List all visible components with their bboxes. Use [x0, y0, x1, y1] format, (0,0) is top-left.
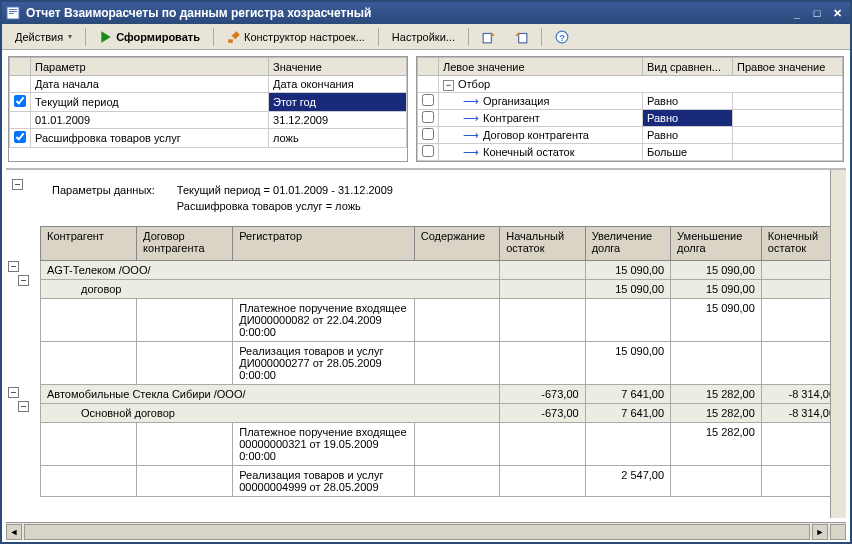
actions-menu[interactable]: Действия — [8, 28, 79, 46]
param-row[interactable]: 01.01.2009 31.12.2009 — [10, 112, 407, 129]
report-cell: 7 641,00 — [585, 385, 670, 404]
tool-import-button[interactable] — [507, 27, 535, 47]
collapse-icon[interactable]: − — [443, 80, 454, 91]
report-cell — [585, 423, 670, 466]
report-detail-row[interactable]: Платежное поручение входящее 00000000321… — [41, 423, 842, 466]
filter-checkbox[interactable] — [422, 111, 434, 123]
filter-row[interactable]: ⟶Конечный остаток Больше — [418, 144, 843, 161]
scroll-left-button[interactable]: ◄ — [6, 524, 22, 540]
filter-row[interactable]: ⟶Договор контрагента Равно — [418, 127, 843, 144]
report-cell: 15 282,00 — [671, 385, 762, 404]
form-button[interactable]: Сформировать — [92, 27, 207, 47]
constructor-label: Конструктор настроек... — [244, 31, 365, 43]
report-group-row[interactable]: AGT-Телеком /ООО/ 15 090,0015 090,00 — [41, 261, 842, 280]
col-start-balance: Начальный остаток — [500, 227, 585, 261]
help-button[interactable]: ? — [548, 27, 576, 47]
col-contractor: Контрагент — [41, 227, 137, 261]
scroll-right-button[interactable]: ► — [812, 524, 828, 540]
report-detail-row[interactable]: Реализация товаров и услуг 00000004999 о… — [41, 466, 842, 497]
filter-value — [733, 110, 843, 127]
params-table[interactable]: Параметр Значение Дата начала Дата оконч… — [9, 57, 407, 148]
report-cell — [500, 423, 585, 466]
report-group-row[interactable]: договор 15 090,0015 090,00 — [41, 280, 842, 299]
report-area: Параметры данных: Текущий период = 01.01… — [6, 168, 846, 518]
param-row[interactable]: Текущий период Этот год — [10, 93, 407, 112]
param-name: 01.01.2009 — [31, 112, 269, 129]
svg-rect-3 — [9, 13, 14, 14]
filter-root-row[interactable]: −Отбор — [418, 76, 843, 93]
outline-toggle[interactable] — [8, 387, 19, 398]
filter-row[interactable]: ⟶Организация Равно — [418, 93, 843, 110]
report-cell — [500, 261, 585, 280]
param-value: 31.12.2009 — [269, 112, 407, 129]
params-text-line1: Текущий период = 01.01.2009 - 31.12.2009 — [177, 182, 393, 198]
report-detail-row[interactable]: Платежное поручение входящее ДИ000000082… — [41, 299, 842, 342]
param-header: Параметр — [31, 58, 269, 76]
filter-root-label: Отбор — [458, 78, 490, 90]
filter-compare: Равно — [643, 110, 733, 127]
filter-cmp-header: Вид сравнен... — [643, 58, 733, 76]
filter-checkbox[interactable] — [422, 94, 434, 106]
vertical-scrollbar[interactable] — [830, 170, 846, 518]
horizontal-scrollbar[interactable]: ◄ ► — [6, 522, 846, 540]
param-checkbox[interactable] — [14, 95, 26, 107]
tool-export-button[interactable] — [475, 27, 503, 47]
param-row[interactable]: Дата начала Дата окончания — [10, 76, 407, 93]
report-table[interactable]: Контрагент Договор контрагента Регистрат… — [40, 226, 842, 497]
params-text-line2: Расшифровка товаров услуг = ложь — [177, 198, 393, 214]
svg-rect-2 — [9, 11, 17, 12]
outline-column[interactable] — [6, 170, 40, 518]
filter-value — [733, 127, 843, 144]
col-debt-decrease: Уменьшение долга — [671, 227, 762, 261]
settings-label: Настройки... — [392, 31, 455, 43]
col-registrar: Регистратор — [233, 227, 415, 261]
report-cell: -673,00 — [500, 385, 585, 404]
report-icon — [6, 6, 20, 20]
settings-button[interactable]: Настройки... — [385, 28, 462, 46]
minimize-button[interactable]: _ — [788, 5, 806, 21]
filter-checkbox[interactable] — [422, 128, 434, 140]
separator — [213, 28, 214, 46]
separator — [541, 28, 542, 46]
report-cell: 2 547,00 — [585, 466, 670, 497]
report-cell: 15 282,00 — [671, 423, 762, 466]
filter-field: Контрагент — [483, 112, 540, 124]
filter-checkbox[interactable] — [422, 145, 434, 157]
filter-table[interactable]: Левое значение Вид сравнен... Правое зна… — [417, 57, 843, 161]
outline-toggle[interactable] — [18, 275, 29, 286]
report-cell: Платежное поручение входящее 00000000321… — [233, 423, 415, 466]
actions-label: Действия — [15, 31, 63, 43]
scroll-thumb[interactable] — [24, 524, 810, 540]
wrench-icon — [227, 30, 241, 44]
col-contract: Договор контрагента — [137, 227, 233, 261]
window-buttons: _ □ ✕ — [788, 5, 846, 21]
report-cell: договор — [41, 280, 500, 299]
arrow-icon: ⟶ — [463, 95, 479, 107]
close-button[interactable]: ✕ — [828, 5, 846, 21]
arrow-icon: ⟶ — [463, 146, 479, 158]
report-detail-row[interactable]: Реализация товаров и услуг ДИ000000277 о… — [41, 342, 842, 385]
report-cell: Основной договор — [41, 404, 500, 423]
filter-compare: Больше — [643, 144, 733, 161]
filter-compare: Равно — [643, 127, 733, 144]
separator — [378, 28, 379, 46]
outline-toggle[interactable] — [8, 261, 19, 272]
window-title: Отчет Взаиморасчеты по данным регистра х… — [26, 6, 788, 20]
scroll-corner — [830, 524, 846, 540]
param-checkbox[interactable] — [14, 131, 26, 143]
params-panel: Параметр Значение Дата начала Дата оконч… — [8, 56, 408, 162]
report-cell — [671, 466, 762, 497]
outline-toggle[interactable] — [18, 401, 29, 412]
svg-rect-6 — [519, 33, 527, 42]
report-cell — [585, 299, 670, 342]
maximize-button[interactable]: □ — [808, 5, 826, 21]
play-icon — [99, 30, 113, 44]
filter-row[interactable]: ⟶Контрагент Равно — [418, 110, 843, 127]
report-group-row[interactable]: Основной договор -673,007 641,0015 282,0… — [41, 404, 842, 423]
outline-toggle[interactable] — [12, 179, 23, 190]
report-group-row[interactable]: Автомобильные Стекла Сибири /ООО/ -673,0… — [41, 385, 842, 404]
report-scroll[interactable]: Параметры данных: Текущий период = 01.01… — [40, 170, 846, 518]
param-row[interactable]: Расшифровка товаров услуг ложь — [10, 129, 407, 148]
constructor-button[interactable]: Конструктор настроек... — [220, 27, 372, 47]
report-cell: Реализация товаров и услуг ДИ000000277 о… — [233, 342, 415, 385]
